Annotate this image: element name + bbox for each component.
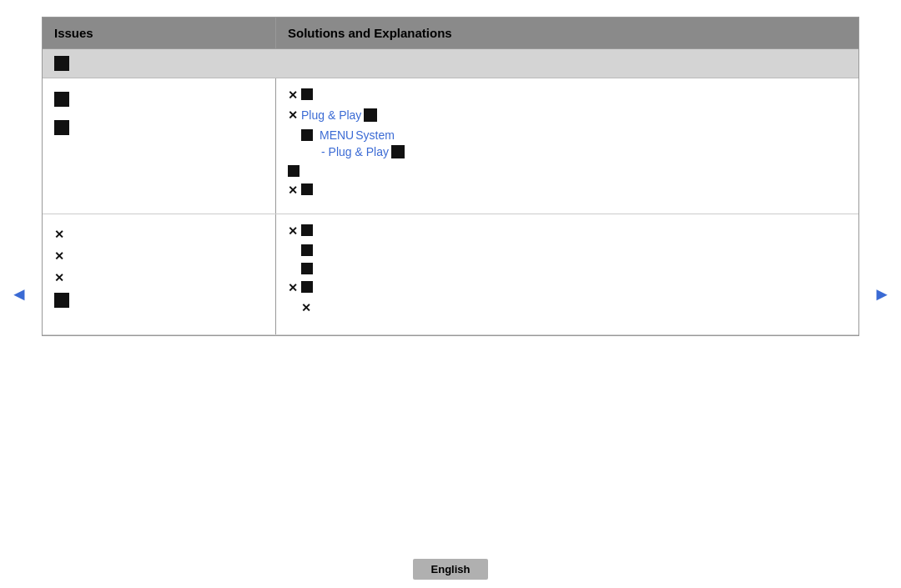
sol1-block <box>301 88 313 100</box>
issue2-block4 <box>54 293 69 308</box>
sol2-block4 <box>301 281 313 293</box>
issue2-item2: ✕ <box>54 249 264 263</box>
sol1-line5: ✕ <box>288 183 847 197</box>
sol1-system-link[interactable]: System <box>355 128 395 142</box>
header-solutions: Solutions and Explanations <box>276 18 858 48</box>
sol1-link1-block <box>364 108 377 122</box>
section1-header-block <box>54 56 69 71</box>
sol1-plugplay-block <box>391 145 405 158</box>
section2-data-row: ✕ ✕ ✕ ✕ <box>43 214 858 335</box>
issue-block-1 <box>54 92 69 107</box>
language-bar: English <box>0 550 901 588</box>
nav-arrow-left[interactable]: ◄ <box>10 284 28 305</box>
sol1-menu-block <box>301 129 313 141</box>
header-issues: Issues <box>43 18 276 48</box>
sol2-line1: ✕ <box>288 224 847 238</box>
page-container: ◄ ► Issues Solutions and Explanations <box>0 0 901 588</box>
issue2-item4 <box>54 293 264 313</box>
section1-header-row <box>43 49 858 78</box>
issue2-item1: ✕ <box>54 228 264 241</box>
sol1-block5 <box>301 183 313 195</box>
sol1-plugplay-line: - Plug & Play <box>301 145 405 158</box>
sol1-x2-char: ✕ <box>288 108 298 122</box>
issue2-x1: ✕ <box>54 228 64 241</box>
issue2-x2: ✕ <box>54 249 64 263</box>
issue-item-2 <box>54 120 264 140</box>
section1-issues-col <box>43 78 276 214</box>
sol2-line3 <box>301 263 847 274</box>
sol1-plugplay-link[interactable]: - Plug & Play <box>321 145 389 158</box>
sol1-line4 <box>288 165 847 177</box>
sol1-link1[interactable]: Plug & Play <box>301 108 361 122</box>
sol1-x5-char: ✕ <box>288 183 298 197</box>
sol2-x5: ✕ <box>301 301 311 314</box>
sol2-line4: ✕ <box>288 281 847 294</box>
nav-arrow-right[interactable]: ► <box>873 284 891 305</box>
sol2-block3 <box>301 263 313 274</box>
sol1-line1: ✕ <box>288 88 847 102</box>
table-header: Issues Solutions and Explanations <box>43 18 858 49</box>
main-table: Issues Solutions and Explanations <box>42 17 859 336</box>
section1-data-row: ✕ ✕ Plug & Play MENU System <box>43 78 858 214</box>
sol1-x-char: ✕ <box>288 88 298 102</box>
section2-solutions-col: ✕ ✕ ✕ <box>276 214 858 334</box>
issue-item-1 <box>54 92 264 112</box>
section1-solutions-col: ✕ ✕ Plug & Play MENU System <box>276 78 858 214</box>
section2-issues-col: ✕ ✕ ✕ <box>43 214 276 334</box>
sol1-menu-text: MENU <box>320 128 354 142</box>
sol1-line2: ✕ Plug & Play <box>288 108 847 122</box>
sol1-menu-line: MENU System <box>301 128 395 142</box>
language-button[interactable]: English <box>413 559 489 580</box>
issue2-item3: ✕ <box>54 271 264 284</box>
sol2-line2 <box>301 244 847 256</box>
sol2-x4: ✕ <box>288 281 298 294</box>
issue2-x3: ✕ <box>54 271 64 284</box>
sol1-block4 <box>288 165 299 177</box>
issue-block-2 <box>54 120 69 135</box>
sol2-block1 <box>301 224 313 236</box>
sol2-line5: ✕ <box>301 301 847 314</box>
sol2-block2 <box>301 244 313 256</box>
sol1-line3: MENU System - Plug & Play <box>301 128 847 158</box>
sol2-x1: ✕ <box>288 224 298 238</box>
